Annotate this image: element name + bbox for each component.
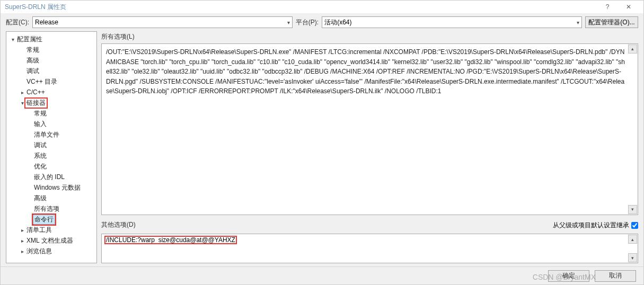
tree-item[interactable]: 调试 xyxy=(6,140,96,150)
tree-item-label: 链接器 xyxy=(25,99,47,108)
main-panel: 所有选项(L) /OUT:"E:\VS2019\SuperS-DRLN\x64\… xyxy=(101,31,638,263)
tree-item[interactable]: 清单文件 xyxy=(6,129,96,140)
tree-item[interactable]: 命令行 xyxy=(6,214,96,225)
tree-item[interactable]: 高级 xyxy=(6,193,96,203)
property-tree[interactable]: ▾配置属性常规高级调试VC++ 目录▸C/C++▾链接器常规输入清单文件调试系统… xyxy=(6,31,97,263)
tree-item-label: 系统 xyxy=(33,152,48,161)
config-combo[interactable]: Release ▾ xyxy=(32,16,293,28)
tree-item[interactable]: 优化 xyxy=(6,161,96,172)
tree-item-label: 高级 xyxy=(33,194,48,203)
tree-item[interactable]: 系统 xyxy=(6,150,96,161)
tree-item-label: Windows 元数据 xyxy=(33,183,82,192)
scroll-down-icon[interactable]: ▾ xyxy=(628,205,637,214)
platform-label: 平台(P): xyxy=(296,18,319,27)
tree-expand-icon[interactable]: ▸ xyxy=(19,248,25,254)
tree-item-label: 高级 xyxy=(25,56,40,65)
tree-collapse-icon[interactable]: ▾ xyxy=(19,100,25,106)
tree-item[interactable]: ▾配置属性 xyxy=(6,34,96,44)
close-button[interactable]: ✕ xyxy=(618,1,639,13)
tree-item-label: 清单工具 xyxy=(25,226,53,235)
tree-item-label: 调试 xyxy=(25,67,40,76)
tree-item-label: 调试 xyxy=(33,141,48,150)
tree-expand-icon[interactable]: ▸ xyxy=(19,90,25,95)
tree-item[interactable]: 输入 xyxy=(6,119,96,129)
tree-item-label: 清单文件 xyxy=(33,130,60,139)
tree-item[interactable]: 嵌入的 IDL xyxy=(6,172,96,182)
tree-item[interactable]: ▸C/C++ xyxy=(6,87,96,97)
other-options-value: /INCLUDE:?warp_size@cuda@at@@YAHXZ xyxy=(105,236,236,244)
platform-value: 活动(x64) xyxy=(324,18,351,27)
tree-item-label: 配置属性 xyxy=(16,35,43,44)
tree-item[interactable]: VC++ 目录 xyxy=(6,76,96,87)
cancel-button[interactable]: 取消 xyxy=(595,270,636,282)
tree-expand-icon[interactable]: ▸ xyxy=(19,227,25,233)
scroll-down-icon[interactable]: ▾ xyxy=(628,253,637,262)
tree-item[interactable]: 常规 xyxy=(6,108,96,119)
all-options-label: 所有选项(L) xyxy=(101,32,638,41)
tree-item-label: 常规 xyxy=(33,109,48,118)
tree-item-label: 命令行 xyxy=(33,215,55,225)
tree-item[interactable]: ▸XML 文档生成器 xyxy=(6,235,96,246)
scroll-up-icon[interactable]: ▴ xyxy=(628,44,637,54)
title-bar: SuperS-DRLN 属性页 ? ✕ xyxy=(1,1,643,13)
tree-item-label: 优化 xyxy=(33,162,48,171)
tree-item-label: VC++ 目录 xyxy=(25,77,58,86)
config-label: 配置(C): xyxy=(6,18,29,27)
window-title: SuperS-DRLN 属性页 xyxy=(5,3,66,12)
tree-item-label: 所有选项 xyxy=(33,204,60,213)
chevron-down-icon: ▾ xyxy=(577,20,579,25)
all-options-text: /OUT:"E:\VS2019\SuperS-DRLN\x64\Release\… xyxy=(106,48,625,95)
chevron-down-icon: ▾ xyxy=(287,20,290,25)
dialog-footer: CSDN @BryantMX 确定 取消 xyxy=(1,266,643,284)
tree-item[interactable]: 所有选项 xyxy=(6,203,96,214)
all-options-box: /OUT:"E:\VS2019\SuperS-DRLN\x64\Release\… xyxy=(101,43,638,215)
inherit-label: 从父级或项目默认设置继承 xyxy=(553,221,629,230)
tree-collapse-icon[interactable]: ▾ xyxy=(10,37,16,42)
other-options-label: 其他选项(D) xyxy=(101,220,136,229)
inherit-checkbox[interactable] xyxy=(631,222,638,229)
config-bar: 配置(C): Release ▾ 平台(P): 活动(x64) ▾ 配置管理器(… xyxy=(1,13,643,31)
platform-combo[interactable]: 活动(x64) ▾ xyxy=(322,16,582,28)
ok-button[interactable]: 确定 xyxy=(548,270,589,282)
help-button[interactable]: ? xyxy=(597,1,618,13)
tree-item[interactable]: ▾链接器 xyxy=(6,97,96,108)
tree-item[interactable]: ▸清单工具 xyxy=(6,225,96,235)
tree-item[interactable]: ▸浏览信息 xyxy=(6,246,96,256)
config-value: Release xyxy=(35,19,58,26)
tree-item-label: C/C++ xyxy=(25,88,46,96)
scroll-up-icon[interactable]: ▴ xyxy=(628,235,637,244)
tree-item[interactable]: Windows 元数据 xyxy=(6,182,96,193)
tree-item[interactable]: 高级 xyxy=(6,55,96,66)
tree-item-label: 嵌入的 IDL xyxy=(33,173,66,182)
tree-item-label: XML 文档生成器 xyxy=(25,236,74,245)
tree-item[interactable]: 调试 xyxy=(6,66,96,76)
config-manager-button[interactable]: 配置管理器(O)... xyxy=(585,16,638,28)
other-options-input[interactable]: /INCLUDE:?warp_size@cuda@at@@YAHXZ ▴ ▾ xyxy=(101,234,638,263)
tree-item-label: 输入 xyxy=(33,120,48,129)
tree-item-label: 浏览信息 xyxy=(25,247,53,256)
tree-item[interactable]: 常规 xyxy=(6,44,96,55)
tree-expand-icon[interactable]: ▸ xyxy=(19,238,25,244)
tree-item-label: 常规 xyxy=(25,46,40,55)
